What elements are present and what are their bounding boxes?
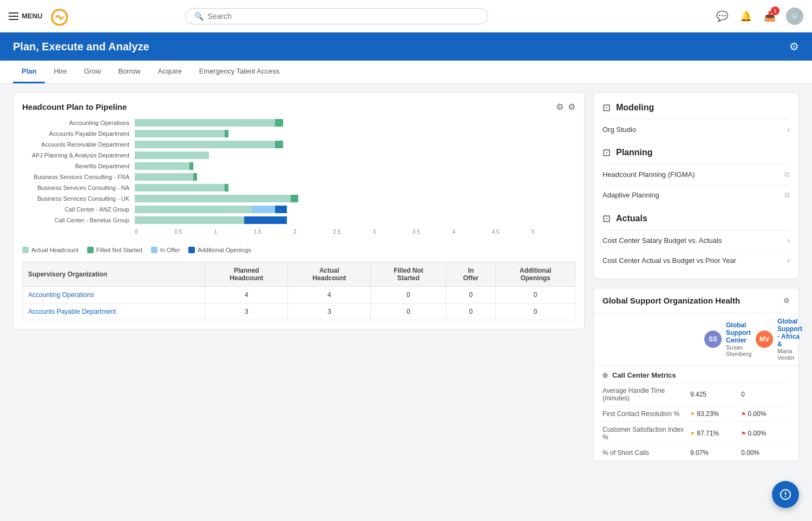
col-sub-2: Maria Venter (777, 348, 802, 361)
filter-icon[interactable]: ⚙ (556, 102, 564, 112)
bar-segment-filled (225, 130, 228, 137)
col-supervisory-org: Supervisory Organization (23, 262, 205, 287)
headcount-table: Supervisory Organization PlannedHeadcoun… (22, 262, 575, 320)
metrics-section: Call Center Metrics Average Handle Time … (594, 366, 798, 460)
headcount-planning-item[interactable]: Headcount Planning (FIGMA) ⧉ (603, 164, 790, 184)
bar-row: Business Services Consulting - UK (27, 194, 571, 203)
bar-segment-filled (291, 195, 298, 202)
bar-label: Business Services Consulting - UK (27, 195, 135, 202)
table-cell-filled: 0 (371, 304, 446, 320)
bar-segment-actual-hc (135, 141, 275, 148)
metric-val-2-1: ⚑ 83.23% (690, 410, 739, 418)
metric-val-4-2: 0.00% (741, 449, 790, 457)
legend-label-additional: Additional Openings (198, 247, 251, 253)
global-card-title: Global Support Organization Health (603, 296, 740, 305)
col-avatar-2: MV (756, 331, 773, 348)
metric-val-1-2: 0 (741, 391, 790, 398)
bar-label: APJ Planning & Analysis Department (27, 152, 135, 159)
legend-filled-not-started: Filled Not Started (87, 247, 142, 253)
bar-container (135, 194, 571, 203)
global-card-header: Global Support Organization Health ⚙ (594, 288, 798, 313)
modeling-header: ⊡ Modeling (603, 102, 790, 114)
table-cell-actual: 4 (288, 287, 371, 304)
workday-logo[interactable] (49, 6, 68, 26)
bar-segment-actual-hc (135, 119, 275, 127)
bar-row: Call Center - ANZ Group (27, 205, 571, 214)
metric-val-4-1: 9.07% (690, 449, 739, 457)
adaptive-planning-item[interactable]: Adaptive Planning ⧉ (603, 184, 790, 205)
bar-segment-actual-hc (135, 173, 193, 181)
flag-red-1: ⚑ (741, 411, 746, 417)
table-cell-actual: 3 (288, 304, 371, 320)
left-panel: Headcount Plan to Pipeline ⚙ ⚙ Accountin… (13, 93, 585, 461)
table-cell-filled: 0 (371, 287, 446, 304)
planning-title: Planning (616, 148, 653, 157)
x-tick: 2.5 (333, 229, 372, 235)
flag-yellow-1: ⚑ (690, 411, 695, 417)
headcount-planning-icon: ⧉ (784, 170, 790, 179)
bar-row: Benefits Department (27, 162, 571, 170)
bar-row: Business Services Consulting - NA (27, 183, 571, 192)
x-tick: 5 (532, 229, 571, 235)
menu-button[interactable]: MENU (9, 12, 42, 20)
org-studio-item[interactable]: Org Studio › (603, 119, 790, 139)
col-planned-headcount: PlannedHeadcount (205, 262, 288, 287)
global-card-settings-icon[interactable]: ⚙ (783, 296, 790, 305)
bar-container (135, 205, 571, 214)
notification-icon[interactable]: 🔔 (738, 9, 754, 24)
org-studio-label: Org Studio (603, 126, 636, 134)
bar-row: APJ Planning & Analysis Department (27, 151, 571, 160)
bar-row: Business Services Consulting - FRA (27, 173, 571, 181)
metric-row-3: Customer Satisfaction Index % ⚑ 87.71% ⚑… (603, 421, 790, 445)
adaptive-planning-icon: ⧉ (784, 190, 790, 200)
tab-hire[interactable]: Hire (45, 61, 75, 83)
modeling-title: Modeling (616, 103, 654, 113)
metric-row-2: First Contact Resolution % ⚑ 83.23% ⚑ 0.… (603, 406, 790, 421)
metric-row-4: % of Short Calls 9.07% 0.00% (603, 445, 790, 460)
bar-segment-in-offer (252, 206, 275, 213)
global-support-card: Global Support Organization Health ⚙ SS … (593, 288, 799, 461)
flag-yellow-2: ⚑ (690, 431, 695, 437)
legend-label-in-offer: In Offer (160, 247, 180, 253)
table-cell-org[interactable]: Accounting Operations (23, 287, 205, 304)
bar-label: Accounts Receivable Department (27, 141, 135, 148)
tabs-bar: Plan Hire Grow Borrow Acquire Emergency … (0, 61, 812, 84)
table-cell-org[interactable]: Accounts Payable Department (23, 304, 205, 320)
legend-label-filled: Filled Not Started (96, 247, 142, 253)
table-row: Accounting Operations 4 4 0 0 0 (23, 287, 575, 304)
chat-icon[interactable]: 💬 (715, 9, 730, 24)
x-tick: 0 (135, 229, 174, 235)
top-navigation: MENU 🔍 💬 🔔 📥 1 U (0, 0, 812, 32)
col-name-2: Global Support - Africa & (777, 318, 802, 348)
table-cell-planned: 4 (205, 287, 288, 304)
right-panel: ⊡ Modeling Org Studio › ⊡ Planning Headc… (593, 93, 799, 461)
bar-segment-actual-hc (135, 206, 252, 213)
header-banner: Plan, Execute and Analyze ⚙ (0, 32, 812, 61)
bar-container (135, 216, 571, 225)
bar-row: Call Center - Benelux Group (27, 216, 571, 225)
tab-emergency-talent-access[interactable]: Emergency Talent Access (191, 61, 289, 83)
search-bar[interactable]: 🔍 (185, 8, 488, 24)
bar-segment-actual-hc (135, 184, 225, 192)
tab-grow[interactable]: Grow (75, 61, 109, 83)
tab-acquire[interactable]: Acquire (149, 61, 191, 83)
chart-settings-icon[interactable]: ⚙ (568, 102, 575, 112)
metric-val-3-2: ⚑ 0.00% (741, 430, 790, 437)
inbox-icon[interactable]: 📥 1 (762, 9, 777, 24)
metric-val-3-1: ⚑ 87.71% (690, 430, 739, 437)
table-row: Accounts Payable Department 3 3 0 0 0 (23, 304, 575, 320)
settings-icon[interactable]: ⚙ (789, 40, 799, 53)
chart-header: Headcount Plan to Pipeline ⚙ ⚙ (22, 102, 575, 112)
metric-label-4: % of Short Calls (603, 449, 688, 457)
cost-center-salary-item[interactable]: Cost Center Salary Budget vs. Actuals › (603, 230, 790, 250)
bar-segment-actual-hc (135, 130, 225, 137)
search-input[interactable] (208, 12, 479, 21)
avatar[interactable]: U (786, 8, 803, 25)
cost-center-actual-label: Cost Center Actual vs Budget vs Prior Ye… (603, 256, 736, 265)
bar-row: Accounts Receivable Department (27, 140, 571, 149)
tab-borrow[interactable]: Borrow (109, 61, 149, 83)
tab-plan[interactable]: Plan (13, 61, 45, 83)
col-actual-headcount: ActualHeadcount (288, 262, 371, 287)
metric-label-3: Customer Satisfaction Index % (603, 426, 688, 441)
cost-center-actual-item[interactable]: Cost Center Actual vs Budget vs Prior Ye… (603, 250, 790, 270)
